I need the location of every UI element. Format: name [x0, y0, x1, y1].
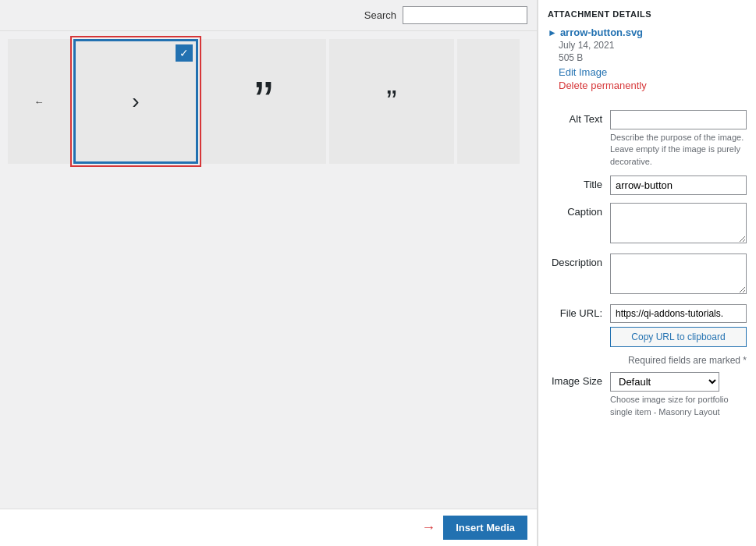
- title-row: Title: [548, 176, 747, 195]
- description-content: [610, 254, 747, 296]
- file-url-content: Copy URL to clipboard: [610, 304, 747, 347]
- file-date: July 14, 2021: [548, 40, 747, 51]
- title-label: Title: [548, 176, 610, 190]
- image-size-select[interactable]: Default Thumbnail Medium Large Full Size: [610, 372, 719, 392]
- image-size-row: Image Size Default Thumbnail Medium Larg…: [548, 372, 747, 418]
- media-panel: Search ← ✓ › ” ”: [0, 0, 538, 546]
- arrow-right-icon: →: [421, 519, 435, 536]
- alt-text-label: Alt Text: [548, 110, 610, 125]
- media-grid: ← ✓ › ” ”: [0, 31, 537, 509]
- alt-text-input[interactable]: [610, 110, 747, 129]
- alt-text-hint: Describe the purpose of the image. Leave…: [610, 132, 747, 168]
- details-panel: ATTACHMENT DETAILS ► arrow-button.svg Ju…: [538, 0, 756, 546]
- main-container: Search ← ✓ › ” ”: [0, 0, 756, 546]
- insert-media-button[interactable]: Insert Media: [443, 516, 527, 540]
- quote-double-icon: ”: [254, 73, 273, 129]
- search-input[interactable]: [403, 6, 527, 24]
- file-size: 505 B: [548, 52, 747, 63]
- left-arrow-icon: ←: [34, 96, 44, 108]
- caption-content: [610, 203, 747, 246]
- description-textarea[interactable]: [610, 254, 747, 294]
- image-size-content: Default Thumbnail Medium Large Full Size…: [610, 372, 747, 418]
- quote-single-icon: ”: [386, 84, 396, 119]
- search-area: Search: [0, 0, 537, 31]
- alt-text-content: Describe the purpose of the image. Leave…: [610, 110, 747, 168]
- file-chevron-icon: ►: [548, 27, 557, 38]
- file-info: ► arrow-button.svg July 14, 2021 505 B E…: [548, 27, 747, 101]
- search-label: Search: [364, 9, 396, 21]
- file-name-link[interactable]: arrow-button.svg: [560, 27, 643, 38]
- required-note: Required fields are marked *: [548, 355, 747, 366]
- description-row: Description: [548, 254, 747, 296]
- image-size-hint: Choose image size for portfolio single i…: [610, 394, 747, 418]
- media-item-quote-double[interactable]: ”: [201, 39, 326, 164]
- image-size-label: Image Size: [548, 372, 610, 387]
- media-item-selected[interactable]: ✓ ›: [73, 39, 198, 164]
- insert-bar: → Insert Media: [0, 509, 537, 546]
- file-url-row: File URL: Copy URL to clipboard: [548, 304, 747, 347]
- media-item-partial-right[interactable]: [457, 39, 520, 164]
- edit-image-link[interactable]: Edit Image: [548, 66, 747, 78]
- caption-label: Caption: [548, 203, 610, 218]
- file-url-label: File URL:: [548, 304, 610, 319]
- alt-text-row: Alt Text Describe the purpose of the ima…: [548, 110, 747, 168]
- media-item-quote-single[interactable]: ”: [329, 39, 454, 164]
- attachment-details-title: ATTACHMENT DETAILS: [548, 9, 747, 19]
- right-arrow-icon: ›: [132, 89, 139, 114]
- selected-checkmark: ✓: [176, 44, 193, 62]
- copy-url-button[interactable]: Copy URL to clipboard: [610, 327, 747, 347]
- caption-textarea[interactable]: [610, 203, 747, 243]
- delete-permanently-link[interactable]: Delete permanently: [548, 80, 747, 91]
- file-name-row: ► arrow-button.svg: [548, 27, 747, 38]
- title-content: [610, 176, 747, 195]
- file-url-input[interactable]: [610, 304, 747, 323]
- description-label: Description: [548, 254, 610, 268]
- caption-row: Caption: [548, 203, 747, 246]
- media-item-partial[interactable]: ←: [8, 39, 70, 164]
- title-input[interactable]: [610, 176, 747, 195]
